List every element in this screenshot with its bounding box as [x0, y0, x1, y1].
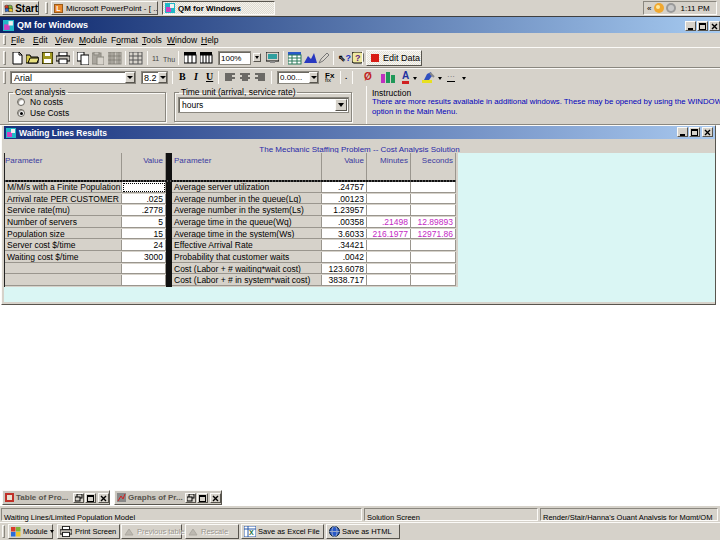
- svg-text:?: ?: [355, 53, 361, 63]
- svg-text:X: X: [249, 529, 254, 536]
